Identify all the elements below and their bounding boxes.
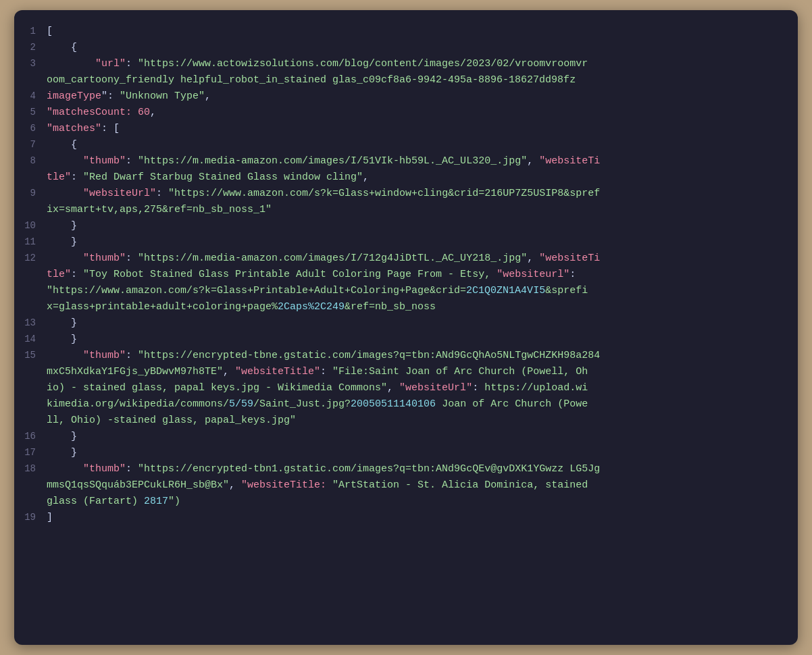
line-content: tle": "Toy Robot Stained Glass Printable… [47, 267, 798, 283]
table-row: 9 "websiteUrl": "https://www.amazon.com/… [14, 186, 798, 202]
table-row: 3 "url": "https://www.actowizsolutions.c… [14, 56, 798, 72]
line-content: io) - stained glass, papal keys.jpg - Wi… [47, 380, 798, 396]
line-content: x=glass+printable+adult+coloring+page%2C… [47, 299, 798, 315]
line-content: glass (Fartart) 2817") [47, 494, 798, 510]
line-number: 15 [14, 348, 47, 364]
line-content: } [47, 234, 798, 251]
table-row: 2 { [14, 40, 798, 56]
table-row: 11 } [14, 234, 798, 251]
table-row: 10 } [14, 218, 798, 234]
table-row: 14 } [14, 332, 798, 348]
line-content: ix=smart+tv,aps,275&ref=nb_sb_noss_1" [47, 202, 798, 218]
table-row: mxC5hXdkaY1FGjs_yBDwvM97h8TE", "websiteT… [14, 364, 798, 380]
line-content: "url": "https://www.actowizsolutions.com… [47, 56, 798, 72]
line-number [14, 299, 47, 315]
line-content: ll, Ohio) -stained glass, papal_keys.jpg… [47, 413, 798, 429]
line-content: "matchesCount: 60, [47, 105, 798, 121]
table-row: tle": "Toy Robot Stained Glass Printable… [14, 267, 798, 283]
line-number: 9 [14, 186, 47, 202]
table-row: 1[ [14, 24, 798, 40]
line-content: ] [47, 510, 798, 526]
line-number: 6 [14, 121, 47, 137]
line-number: 2 [14, 40, 47, 56]
line-number: 5 [14, 105, 47, 121]
line-number [14, 380, 47, 396]
line-number: 1 [14, 24, 47, 40]
line-number: 14 [14, 332, 47, 348]
line-number [14, 494, 47, 510]
line-number: 13 [14, 315, 47, 332]
table-row: mmsQ1qsSQquáb3EPCukLR6H_sb@Bx", "website… [14, 477, 798, 494]
line-number: 17 [14, 445, 47, 461]
line-content: } [47, 445, 798, 461]
table-row: glass (Fartart) 2817") [14, 494, 798, 510]
table-row: 15 "thumb": "https://encrypted-tbne.gsta… [14, 348, 798, 364]
line-number: 10 [14, 218, 47, 234]
table-row: x=glass+printable+adult+coloring+page%2C… [14, 299, 798, 315]
line-number: 16 [14, 429, 47, 445]
line-content: [ [47, 24, 798, 40]
table-row: 8 "thumb": "https://m.media-amazon.com/i… [14, 153, 798, 169]
line-number [14, 396, 47, 413]
line-number [14, 169, 47, 186]
line-number: 12 [14, 251, 47, 267]
line-number: 19 [14, 510, 47, 526]
line-content: } [47, 218, 798, 234]
line-number: 7 [14, 137, 47, 153]
table-row: 16 } [14, 429, 798, 445]
line-content: "thumb": "https://m.media-amazon.com/ima… [47, 153, 798, 169]
table-row: 7 { [14, 137, 798, 153]
table-row: oom_cartoony_friendly helpful_robot_in_s… [14, 72, 798, 88]
table-row: ix=smart+tv,aps,275&ref=nb_sb_noss_1" [14, 202, 798, 218]
line-content: } [47, 332, 798, 348]
table-row: "https://www.amazon.com/s?k=Glass+Printa… [14, 283, 798, 299]
line-content: imageType": "Unknown Type", [47, 88, 798, 105]
line-number [14, 267, 47, 283]
table-row: tle": "Red Dwarf Starbug Stained Glass w… [14, 169, 798, 186]
code-editor: 1[2 {3 "url": "https://www.actowizsoluti… [14, 10, 798, 645]
line-number: 4 [14, 88, 47, 105]
table-row: 12 "thumb": "https://m.media-amazon.com/… [14, 251, 798, 267]
line-number: 11 [14, 234, 47, 251]
line-number [14, 72, 47, 88]
line-number: 3 [14, 56, 47, 72]
line-content: { [47, 40, 798, 56]
line-number [14, 283, 47, 299]
line-content: kimedia.org/wikipedia/commons/5/59/Saint… [47, 396, 798, 413]
table-row: io) - stained glass, papal keys.jpg - Wi… [14, 380, 798, 396]
table-row: 18 "thumb": "https://encrypted-tbn1.gsta… [14, 461, 798, 477]
table-row: 5"matchesCount: 60, [14, 105, 798, 121]
table-row: 13 } [14, 315, 798, 332]
table-row: kimedia.org/wikipedia/commons/5/59/Saint… [14, 396, 798, 413]
line-content: oom_cartoony_friendly helpful_robot_in_s… [47, 72, 798, 88]
code-table: 1[2 {3 "url": "https://www.actowizsoluti… [14, 24, 798, 526]
line-content: } [47, 315, 798, 332]
line-content: "websiteUrl": "https://www.amazon.com/s?… [47, 186, 798, 202]
table-row: 17 } [14, 445, 798, 461]
table-row: 6"matches": [ [14, 121, 798, 137]
line-number [14, 364, 47, 380]
line-number [14, 202, 47, 218]
line-content: "thumb": "https://encrypted-tbne.gstatic… [47, 348, 798, 364]
line-content: { [47, 137, 798, 153]
table-row: ll, Ohio) -stained glass, papal_keys.jpg… [14, 413, 798, 429]
table-row: 19] [14, 510, 798, 526]
line-content: "matches": [ [47, 121, 798, 137]
line-number [14, 413, 47, 429]
line-content: tle": "Red Dwarf Starbug Stained Glass w… [47, 169, 798, 186]
line-content: "https://www.amazon.com/s?k=Glass+Printa… [47, 283, 798, 299]
line-content: mxC5hXdkaY1FGjs_yBDwvM97h8TE", "websiteT… [47, 364, 798, 380]
line-content: } [47, 429, 798, 445]
line-content: mmsQ1qsSQquáb3EPCukLR6H_sb@Bx", "website… [47, 477, 798, 494]
line-number: 8 [14, 153, 47, 169]
table-row: 4imageType": "Unknown Type", [14, 88, 798, 105]
line-content: "thumb": "https://encrypted-tbn1.gstatic… [47, 461, 798, 477]
line-number [14, 477, 47, 494]
line-content: "thumb": "https://m.media-amazon.com/ima… [47, 251, 798, 267]
line-number: 18 [14, 461, 47, 477]
